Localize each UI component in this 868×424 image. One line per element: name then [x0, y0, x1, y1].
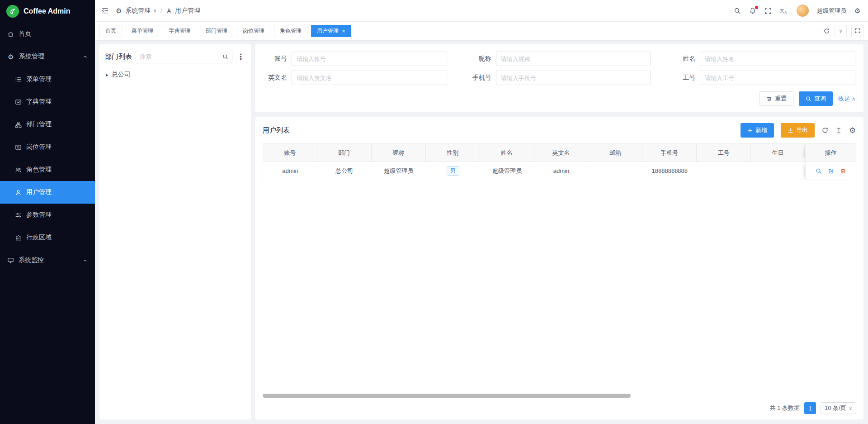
field-account: 账号	[264, 52, 447, 66]
app-title: Coffee Admin	[24, 7, 70, 15]
main-area: ⚙ 系统管理 ∨ / 用户管理 文A 超级管理员 ⚙	[95, 0, 868, 424]
caret-right-icon[interactable]: ▸	[106, 72, 108, 78]
sidebar-group-system-monitor[interactable]: 系统监控	[0, 249, 95, 272]
tab-department-management[interactable]: 部门管理	[200, 25, 233, 37]
app-logo[interactable]: Coffee Admin	[0, 0, 95, 23]
column-settings-icon[interactable]	[835, 127, 842, 134]
search-filter-card: 账号 昵称 姓名 英文名	[255, 44, 863, 112]
id-card-icon	[15, 144, 22, 151]
job-number-input[interactable]	[700, 71, 855, 85]
edit-row-icon[interactable]	[828, 168, 834, 174]
tab-user-management[interactable]: 用户管理 ×	[311, 25, 351, 37]
page-number-button[interactable]: 1	[804, 402, 816, 414]
org-tree-icon	[15, 121, 22, 128]
download-icon	[788, 128, 793, 133]
column-header[interactable]: 工号	[697, 144, 751, 162]
content-fullscreen-button[interactable]	[851, 25, 863, 37]
tab-home[interactable]: 首页	[99, 25, 122, 37]
sidebar-item-department-management[interactable]: 部门管理	[0, 113, 95, 136]
column-header[interactable]: 英文名	[534, 144, 589, 162]
refresh-icon[interactable]	[821, 127, 829, 134]
translate-icon[interactable]: 文A	[780, 7, 788, 14]
table-row[interactable]: admin 总公司 超级管理员 男 超级管理员 admin 1888888888…	[263, 162, 856, 180]
sidebar-group-system-management[interactable]: ⚙ 系统管理	[0, 45, 95, 68]
page-size-select[interactable]: 10 条/页 ∨	[821, 402, 856, 414]
settings-gear-icon[interactable]: ⚙	[854, 7, 862, 14]
sidebar-item-home[interactable]: 首页	[0, 23, 95, 45]
sidebar-item-menu-management[interactable]: 菜单管理	[0, 68, 95, 91]
column-header[interactable]: 部门	[317, 144, 372, 162]
tab-role-management[interactable]: 角色管理	[274, 25, 307, 37]
phone-input[interactable]	[496, 71, 651, 85]
current-username[interactable]: 超级管理员	[817, 7, 846, 15]
delete-row-icon[interactable]	[840, 168, 846, 174]
tab-post-management[interactable]: 岗位管理	[237, 25, 270, 37]
collapse-filters-link[interactable]: 收起 ∧	[838, 95, 855, 103]
gender-tag: 男	[447, 166, 459, 176]
column-header[interactable]: 账号	[263, 144, 317, 162]
sidebar-item-post-management[interactable]: 岗位管理	[0, 136, 95, 158]
people-icon	[15, 167, 22, 173]
cell-birthday	[751, 162, 805, 180]
field-label: 昵称	[468, 55, 491, 63]
user-avatar[interactable]	[797, 5, 809, 17]
column-header[interactable]: 昵称	[372, 144, 426, 162]
fullscreen-icon[interactable]	[764, 7, 772, 14]
cell-account: admin	[263, 162, 317, 180]
query-button[interactable]: 查询	[799, 91, 833, 106]
pagination-total: 共 1 条数据	[770, 404, 800, 412]
sidebar-item-label: 岗位管理	[26, 143, 52, 151]
home-icon	[7, 31, 14, 38]
sidebar-item-parameter-management[interactable]: 参数管理	[0, 204, 95, 226]
table-settings-gear-icon[interactable]: ⚙	[849, 127, 856, 134]
field-name: 姓名	[672, 52, 855, 66]
column-header[interactable]: 姓名	[480, 144, 534, 162]
tab-menu-management[interactable]: 菜单管理	[126, 25, 159, 37]
department-search-button[interactable]	[219, 50, 232, 63]
add-user-button[interactable]: 新增	[741, 123, 774, 138]
tree-node-head-office[interactable]: ▸ 总公司	[105, 70, 245, 80]
department-panel-header: 部门列表 ⋮	[105, 50, 245, 63]
notifications-bell-icon[interactable]	[749, 7, 756, 14]
nickname-input[interactable]	[496, 52, 651, 66]
column-header[interactable]: 手机号	[642, 144, 697, 162]
department-search-input[interactable]	[136, 50, 219, 63]
column-header[interactable]: 生日	[751, 144, 805, 162]
sidebar-item-role-management[interactable]: 角色管理	[0, 158, 95, 181]
sidebar-collapse-icon[interactable]	[101, 7, 109, 14]
english-name-input[interactable]	[292, 71, 447, 85]
column-header[interactable]: 邮箱	[588, 144, 642, 162]
refresh-icon[interactable]	[823, 28, 830, 34]
row-operations	[816, 168, 846, 174]
reset-button[interactable]: 重置	[760, 91, 793, 106]
horizontal-scrollbar-thumb[interactable]	[263, 394, 631, 398]
sidebar-item-user-management[interactable]: 用户管理	[0, 181, 95, 204]
breadcrumb-item-system[interactable]: 系统管理	[125, 7, 151, 15]
right-column: 账号 昵称 姓名 英文名	[255, 44, 863, 419]
user-icon	[166, 8, 172, 14]
tab-close-icon[interactable]: ×	[342, 28, 345, 34]
breadcrumb-separator: /	[160, 7, 162, 14]
dictionary-icon	[15, 99, 22, 105]
filter-actions: 重置 查询 收起 ∧	[264, 91, 855, 106]
svg-text:文: 文	[780, 8, 784, 13]
chevron-down-icon: ∨	[839, 28, 842, 34]
sidebar-menu: 首页 ⚙ 系统管理 菜单管理 字典管理 部门管理 岗位管理 角色管理	[0, 23, 95, 424]
search-icon[interactable]	[734, 7, 741, 14]
sidebar-item-dictionary-management[interactable]: 字典管理	[0, 91, 95, 113]
tab-dictionary-management[interactable]: 字典管理	[163, 25, 196, 37]
column-header[interactable]: 性别	[426, 144, 480, 162]
chevron-up-icon: ∧	[852, 96, 855, 102]
export-button[interactable]: 导出	[781, 123, 815, 138]
more-options-icon[interactable]: ⋮	[236, 53, 245, 61]
view-row-icon[interactable]	[816, 168, 822, 174]
list-icon	[15, 76, 22, 83]
sidebar-item-admin-region[interactable]: 行政区域	[0, 226, 95, 249]
sidebar-item-label: 用户管理	[26, 188, 52, 196]
department-panel-title: 部门列表	[105, 52, 132, 61]
tabs-dropdown-button[interactable]: ∨	[835, 25, 847, 37]
chevron-down-icon: ∨	[849, 406, 852, 411]
name-input[interactable]	[700, 52, 855, 66]
account-input[interactable]	[292, 52, 447, 66]
sliders-icon	[15, 212, 22, 219]
